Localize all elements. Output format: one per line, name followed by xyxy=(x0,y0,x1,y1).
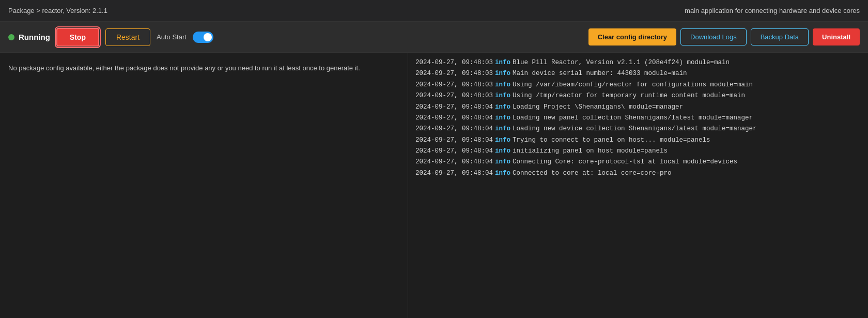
log-level: info xyxy=(495,58,510,68)
breadcrumb: Package > reactor, Version: 2.1.1 xyxy=(8,7,107,14)
left-panel: No package config available, either the … xyxy=(0,53,408,318)
uninstall-button[interactable]: Uninstall xyxy=(813,28,860,46)
log-level: info xyxy=(495,135,510,145)
log-line: 2024-09-27, 09:48:04infoLoading Project … xyxy=(415,102,861,112)
log-message: Using /var/ibeam/config/reactor for conf… xyxy=(513,80,753,90)
main-content: No package config available, either the … xyxy=(0,53,868,318)
log-message: Main device serial number: 443033 module… xyxy=(513,69,687,79)
log-level: info xyxy=(495,169,510,178)
log-level: info xyxy=(495,113,510,123)
log-level: info xyxy=(495,102,510,112)
log-line: 2024-09-27, 09:48:03infoUsing /var/ibeam… xyxy=(415,80,861,90)
log-line: 2024-09-27, 09:48:04infoLoading new devi… xyxy=(415,124,861,134)
backup-data-button[interactable]: Backup Data xyxy=(751,28,809,46)
top-bar: Package > reactor, Version: 2.1.1 main a… xyxy=(0,0,868,22)
log-timestamp: 2024-09-27, 09:48:04 xyxy=(415,135,493,145)
restart-button[interactable]: Restart xyxy=(105,28,150,46)
status-indicator: Running xyxy=(8,33,50,41)
clear-config-button[interactable]: Clear config directory xyxy=(588,28,676,46)
log-line: 2024-09-27, 09:48:04infoConnecting Core:… xyxy=(415,157,861,167)
log-line: 2024-09-27, 09:48:04infoLoading new pane… xyxy=(415,113,861,123)
log-timestamp: 2024-09-27, 09:48:04 xyxy=(415,169,493,178)
action-buttons: Clear config directory Download Logs Bac… xyxy=(588,28,860,46)
no-config-text: No package config available, either the … xyxy=(8,63,380,74)
status-dot xyxy=(8,34,14,40)
toggle-thumb xyxy=(204,33,212,41)
log-timestamp: 2024-09-27, 09:48:04 xyxy=(415,124,493,134)
app-description: main application for connecting hardware… xyxy=(685,7,860,14)
log-line: 2024-09-27, 09:48:03infoBlue Pill Reacto… xyxy=(415,58,861,68)
log-timestamp: 2024-09-27, 09:48:04 xyxy=(415,146,493,156)
auto-start-toggle[interactable] xyxy=(193,32,213,43)
log-level: info xyxy=(495,157,510,167)
log-panel[interactable]: 2024-09-27, 09:48:03infoBlue Pill Reacto… xyxy=(408,53,868,318)
log-timestamp: 2024-09-27, 09:48:04 xyxy=(415,102,493,112)
log-message: Trying to connect to panel on host... mo… xyxy=(513,135,710,145)
log-message: Loading Project \Shenanigans\ module=man… xyxy=(513,102,683,112)
log-message: Loading new panel collection Shenanigans… xyxy=(513,113,753,123)
log-message: Connected to core at: local core=core-pr… xyxy=(513,169,672,178)
log-timestamp: 2024-09-27, 09:48:03 xyxy=(415,69,493,79)
log-message: Loading new device collection Shenanigan… xyxy=(513,124,757,134)
log-line: 2024-09-27, 09:48:04infoConnected to cor… xyxy=(415,169,861,178)
log-line: 2024-09-27, 09:48:03infoMain device seri… xyxy=(415,69,861,79)
log-line: 2024-09-27, 09:48:03infoUsing /tmp/react… xyxy=(415,91,861,101)
log-level: info xyxy=(495,124,510,134)
controls-bar: Running Stop Restart Auto Start Clear co… xyxy=(0,22,868,53)
log-level: info xyxy=(495,80,510,90)
log-message: Connecting Core: core-protocol-tsl at lo… xyxy=(513,157,737,167)
log-message: Blue Pill Reactor, Version v2.1.1 (208e4… xyxy=(513,58,730,68)
status-label: Running xyxy=(19,33,50,41)
log-message: Using /tmp/reactor for temporary runtime… xyxy=(513,91,745,101)
log-message: initializing panel on host module=panels xyxy=(513,146,668,156)
log-timestamp: 2024-09-27, 09:48:03 xyxy=(415,91,493,101)
log-line: 2024-09-27, 09:48:04infoinitializing pan… xyxy=(415,146,861,156)
log-level: info xyxy=(495,146,510,156)
auto-start-label: Auto Start xyxy=(157,33,187,41)
log-timestamp: 2024-09-27, 09:48:03 xyxy=(415,58,493,68)
log-timestamp: 2024-09-27, 09:48:04 xyxy=(415,157,493,167)
log-timestamp: 2024-09-27, 09:48:03 xyxy=(415,80,493,90)
log-level: info xyxy=(495,69,510,79)
download-logs-button[interactable]: Download Logs xyxy=(680,28,747,46)
log-timestamp: 2024-09-27, 09:48:04 xyxy=(415,113,493,123)
stop-button[interactable]: Stop xyxy=(56,28,99,47)
log-level: info xyxy=(495,91,510,101)
log-line: 2024-09-27, 09:48:04infoTrying to connec… xyxy=(415,135,861,145)
